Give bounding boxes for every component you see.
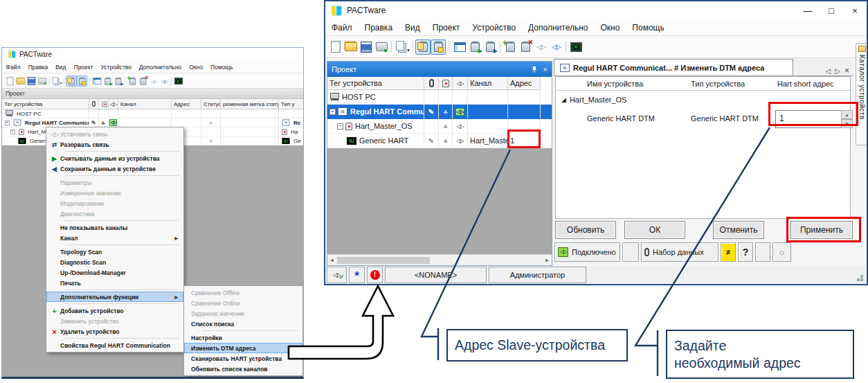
- context-menu-item[interactable]: Считывать данные из устройства: [46, 153, 183, 163]
- toolbar-separator[interactable]: [498, 39, 503, 55]
- menubar-item[interactable]: Вид: [52, 62, 70, 72]
- menubar-item[interactable]: Дополнительно: [522, 21, 594, 34]
- submenu-item[interactable]: Настройки: [184, 332, 302, 343]
- panel-close-icon[interactable]: ×: [543, 65, 548, 73]
- disconnect-device-icon[interactable]: [482, 39, 498, 55]
- save-project-icon[interactable]: [26, 75, 37, 86]
- menubar-item[interactable]: Файл: [325, 21, 359, 34]
- print-icon[interactable]: [374, 39, 389, 55]
- horizontal-scrollbar[interactable]: ◄ ►: [327, 254, 552, 265]
- terminal-icon[interactable]: [568, 39, 584, 55]
- tree-row-host-pc[interactable]: HOST PC: [327, 90, 552, 105]
- tab-scroll-left-icon[interactable]: ◁: [826, 67, 831, 75]
- collapse-icon[interactable]: −: [5, 120, 10, 125]
- dtm-child-row[interactable]: Generic HART DTM Generic HART DTM 1 ▲ ▼: [556, 109, 850, 130]
- column-address[interactable]: Адрес: [508, 77, 541, 90]
- channels-icon[interactable]: [533, 39, 548, 55]
- cancel-button[interactable]: Отменить: [713, 221, 764, 239]
- remove-device-icon[interactable]: [518, 39, 533, 55]
- project-window-icon[interactable]: [452, 39, 467, 55]
- scrollbar-thumb[interactable]: [337, 257, 430, 264]
- context-menu-item[interactable]: Диагностика: [46, 208, 183, 219]
- menubar-item[interactable]: Проект: [426, 21, 467, 34]
- tab-close-icon[interactable]: ×: [844, 66, 849, 75]
- context-menu-item[interactable]: Сохранить данные в устройстве: [46, 163, 183, 174]
- tree-row-regul-selected[interactable]: −≈Regul HART Communication ✎ -t- ◁▷: [327, 105, 552, 119]
- pin-icon[interactable]: [531, 66, 538, 73]
- connect-device-icon[interactable]: [467, 39, 482, 55]
- column-type[interactable]: Тип у: [279, 99, 304, 109]
- add-device-icon[interactable]: [127, 75, 137, 86]
- column-hart-short-address[interactable]: Hart short адрес: [777, 80, 834, 88]
- project-view-toggle-icon[interactable]: [77, 75, 87, 86]
- channel-connect-icon[interactable]: [159, 75, 170, 86]
- channels-icon[interactable]: [148, 75, 159, 86]
- open-project-icon[interactable]: [15, 75, 26, 86]
- menubar-item[interactable]: Проект: [70, 62, 97, 72]
- context-menu-item[interactable]: Topology Scan: [46, 247, 183, 257]
- menubar-item[interactable]: Дополнительно: [135, 62, 185, 72]
- device-catalog-tab[interactable]: Каталог устройств: [856, 43, 867, 145]
- toolbar-separator[interactable]: [409, 39, 415, 55]
- scroll-right-icon[interactable]: ►: [545, 258, 550, 262]
- terminal-icon[interactable]: [173, 75, 183, 86]
- context-menu-item[interactable]: Не показывать каналы: [46, 222, 183, 233]
- menubar-item[interactable]: Файл: [2, 62, 24, 72]
- print-icon[interactable]: [37, 75, 47, 86]
- save-project-icon[interactable]: [359, 39, 374, 55]
- collapse-icon[interactable]: −: [337, 123, 343, 130]
- context-menu-item[interactable]: Моделирование: [46, 198, 183, 208]
- context-menu-item[interactable]: Разорвать связь: [46, 139, 183, 150]
- maximize-button[interactable]: □: [820, 2, 843, 19]
- resize-grip[interactable]: [860, 278, 863, 281]
- close-button[interactable]: ×: [843, 2, 867, 19]
- submenu-item[interactable]: Обновить список каналов: [184, 364, 302, 374]
- context-menu-item[interactable]: Up-/Download-Manager: [46, 267, 183, 278]
- disconnect-device-icon[interactable]: [113, 75, 123, 86]
- tree-row-generic-hart[interactable]: IUGeneric HART ✎ -t- ◁▷ Hart_Master_OS 1: [327, 134, 552, 148]
- context-menu-item[interactable]: Печать: [46, 278, 183, 288]
- device-catalog-toggle-icon[interactable]: [415, 39, 431, 55]
- menubar-item[interactable]: Окно: [594, 21, 626, 34]
- spinner-down-icon[interactable]: ▼: [841, 119, 853, 128]
- tab-scroll-right-icon[interactable]: ▷: [835, 67, 840, 75]
- context-menu-item[interactable]: Diagnostic Scan: [46, 257, 183, 267]
- column-tag[interactable]: Тег устройства: [327, 77, 424, 90]
- tab-edit-dtm-address[interactable]: ≈ Regul HART Communicat... # Изменить DT…: [554, 59, 793, 75]
- column-channel[interactable]: Канал: [118, 99, 172, 109]
- toolbar-separator[interactable]: [563, 39, 568, 55]
- project-window-icon[interactable]: [91, 75, 102, 86]
- context-menu-item[interactable]: Измеренное значение: [46, 188, 183, 198]
- context-menu-item[interactable]: Удалить устройство: [46, 326, 183, 337]
- tree-row-host-pc[interactable]: HOST PC: [2, 109, 303, 118]
- open-project-icon[interactable]: [343, 39, 359, 55]
- toolbar-separator[interactable]: [389, 39, 394, 55]
- column-status[interactable]: Статус: [201, 99, 221, 109]
- collapse-icon[interactable]: −: [329, 109, 336, 115]
- spinner-up-icon[interactable]: ▲: [841, 110, 853, 119]
- submenu-item[interactable]: Список поиска: [184, 319, 302, 329]
- refresh-button[interactable]: Обновить: [555, 221, 616, 239]
- minimize-button[interactable]: —: [796, 2, 820, 19]
- menubar-item[interactable]: Устройство: [97, 62, 135, 72]
- context-menu-item[interactable]: Добавить устройство: [46, 305, 183, 316]
- remove-device-icon[interactable]: [138, 75, 148, 86]
- menubar-item[interactable]: Помощь: [626, 21, 670, 34]
- ok-button[interactable]: ОК: [624, 221, 685, 239]
- device-catalog-toggle-icon[interactable]: [66, 75, 76, 86]
- submenu-item[interactable]: Сканировать HART устройства: [184, 353, 302, 364]
- context-menu-item[interactable]: Заменить устройство: [46, 316, 183, 326]
- context-menu-item[interactable]: Параметры: [46, 177, 183, 188]
- new-project-icon[interactable]: [328, 39, 343, 55]
- toolbar-separator[interactable]: [446, 39, 452, 55]
- column-channel[interactable]: Канал: [468, 77, 508, 90]
- connect-device-icon[interactable]: [102, 75, 113, 86]
- column-address[interactable]: Адрес: [172, 99, 201, 109]
- context-menu-item[interactable]: Установить связь: [46, 129, 183, 139]
- apply-button[interactable]: Применить: [790, 221, 853, 239]
- menubar-item[interactable]: Правка: [24, 62, 52, 72]
- submenu-item[interactable]: Заданное значение: [184, 308, 302, 319]
- new-project-icon[interactable]: [5, 75, 15, 86]
- scroll-left-icon[interactable]: ◄: [329, 258, 334, 262]
- column-timestamp[interactable]: ременная метка стату: [221, 99, 279, 109]
